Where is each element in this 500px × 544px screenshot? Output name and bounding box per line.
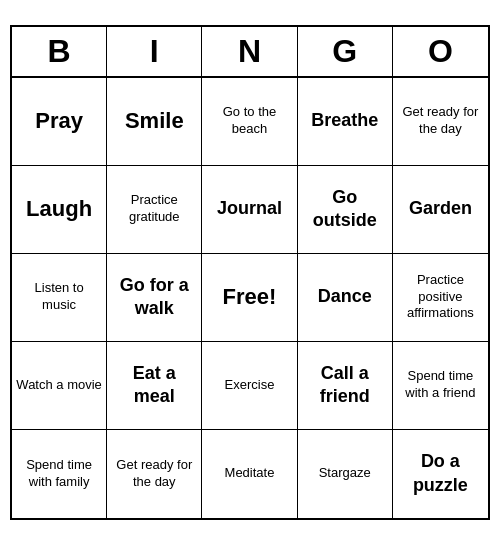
bingo-cell-5: Laugh bbox=[12, 166, 107, 254]
bingo-cell-4: Get ready for the day bbox=[393, 78, 488, 166]
bingo-cell-20: Spend time with family bbox=[12, 430, 107, 518]
bingo-cell-6: Practice gratitude bbox=[107, 166, 202, 254]
header-letter-n: N bbox=[202, 27, 297, 76]
bingo-card: BINGO PraySmileGo to the beachBreatheGet… bbox=[10, 25, 490, 520]
bingo-cell-21: Get ready for the day bbox=[107, 430, 202, 518]
bingo-cell-0: Pray bbox=[12, 78, 107, 166]
bingo-cell-7: Journal bbox=[202, 166, 297, 254]
header-letter-o: O bbox=[393, 27, 488, 76]
bingo-cell-9: Garden bbox=[393, 166, 488, 254]
bingo-cell-16: Eat a meal bbox=[107, 342, 202, 430]
bingo-cell-13: Dance bbox=[298, 254, 393, 342]
bingo-cell-19: Spend time with a friend bbox=[393, 342, 488, 430]
bingo-cell-1: Smile bbox=[107, 78, 202, 166]
bingo-cell-22: Meditate bbox=[202, 430, 297, 518]
header-letter-g: G bbox=[298, 27, 393, 76]
bingo-cell-11: Go for a walk bbox=[107, 254, 202, 342]
bingo-cell-18: Call a friend bbox=[298, 342, 393, 430]
bingo-cell-10: Listen to music bbox=[12, 254, 107, 342]
bingo-cell-2: Go to the beach bbox=[202, 78, 297, 166]
bingo-cell-12: Free! bbox=[202, 254, 297, 342]
bingo-cell-23: Stargaze bbox=[298, 430, 393, 518]
bingo-cell-24: Do a puzzle bbox=[393, 430, 488, 518]
header-letter-i: I bbox=[107, 27, 202, 76]
bingo-cell-3: Breathe bbox=[298, 78, 393, 166]
bingo-grid: PraySmileGo to the beachBreatheGet ready… bbox=[12, 78, 488, 518]
bingo-header: BINGO bbox=[12, 27, 488, 78]
bingo-cell-15: Watch a movie bbox=[12, 342, 107, 430]
header-letter-b: B bbox=[12, 27, 107, 76]
bingo-cell-8: Go outside bbox=[298, 166, 393, 254]
bingo-cell-17: Exercise bbox=[202, 342, 297, 430]
bingo-cell-14: Practice positive affirmations bbox=[393, 254, 488, 342]
